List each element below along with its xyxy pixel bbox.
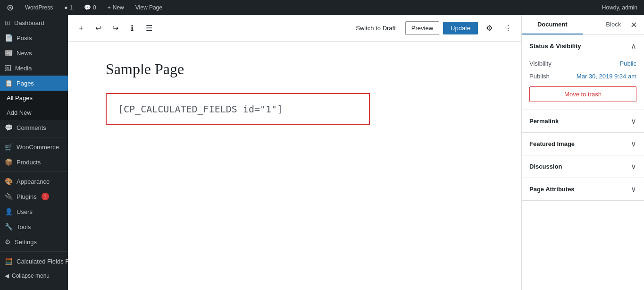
sidebar: ⊞ Dashboard 📄 Posts 📰 News 🖼 Media 📋 Pag… — [0, 15, 68, 290]
more-options-button[interactable]: ⋮ — [501, 21, 516, 36]
sidebar-item-label: Users — [17, 208, 33, 215]
howdy-greeting[interactable]: Howdy, admin — [599, 4, 640, 11]
calculated-fields-icon: 🧮 — [5, 257, 13, 265]
page-title: Sample Page — [106, 60, 484, 78]
users-icon: 👤 — [5, 208, 13, 215]
panel-content: Status & Visibility ∧ Visibility Public … — [522, 35, 644, 290]
update-button[interactable]: Update — [443, 22, 478, 34]
sidebar-divider — [0, 137, 68, 137]
collapse-menu[interactable]: ◀ Collapse menu — [0, 269, 68, 283]
visibility-value[interactable]: Public — [620, 60, 636, 67]
sidebar-item-add-new[interactable]: Add New — [0, 105, 68, 120]
section-title: Status & Visibility — [529, 43, 581, 50]
shortcode-text: [CP_CALCULATED_FIELDS id="1"] — [118, 103, 283, 115]
section-page-attributes: Page Attributes ∨ — [522, 178, 644, 201]
updates-icon[interactable]: ● 1 — [61, 0, 75, 15]
sidebar-item-posts[interactable]: 📄 Posts — [0, 30, 68, 45]
plugins-badge: 1 — [42, 193, 49, 200]
status-visibility-content: Visibility Public Publish Mar 30, 2019 9… — [522, 57, 644, 110]
sidebar-divider-2 — [0, 171, 68, 172]
chevron-down-icon-2: ∨ — [631, 139, 636, 148]
collapse-icon: ◀ — [5, 273, 9, 279]
chevron-up-icon: ∧ — [631, 42, 636, 51]
section-status-visibility: Status & Visibility ∧ Visibility Public … — [522, 35, 644, 110]
section-title: Featured Image — [529, 140, 575, 147]
comments-icon[interactable]: 💬 0 — [81, 0, 99, 15]
media-icon: 🖼 — [5, 64, 11, 72]
sidebar-item-dashboard[interactable]: ⊞ Dashboard — [0, 15, 68, 30]
sidebar-item-news[interactable]: 📰 News — [0, 45, 68, 60]
add-block-button[interactable]: + — [74, 21, 89, 36]
sidebar-item-label: Media — [15, 65, 32, 72]
sidebar-item-label: Plugins — [17, 193, 37, 200]
sidebar-item-label: Settings — [15, 239, 37, 246]
settings-button[interactable]: ⚙ — [482, 21, 497, 36]
wp-logo[interactable]: ⊛ — [4, 0, 17, 15]
sidebar-item-appearance[interactable]: 🎨 Appearance — [0, 174, 68, 189]
sidebar-item-label: Pages — [17, 80, 34, 87]
sidebar-item-label: Appearance — [17, 178, 50, 185]
section-status-visibility-header[interactable]: Status & Visibility ∧ — [522, 35, 644, 57]
publish-row: Publish Mar 30, 2019 9:34 am — [529, 70, 636, 83]
publish-label: Publish — [529, 73, 550, 80]
sidebar-item-label: All Pages — [7, 94, 33, 102]
view-page-link[interactable]: View Page — [133, 0, 165, 15]
section-page-attributes-header[interactable]: Page Attributes ∨ — [522, 178, 644, 200]
section-featured-image-header[interactable]: Featured Image ∨ — [522, 133, 644, 155]
sidebar-item-woocommerce[interactable]: 🛒 WooCommerce — [0, 139, 68, 154]
appearance-icon: 🎨 — [5, 178, 13, 185]
info-button[interactable]: ℹ — [125, 21, 140, 36]
sidebar-item-label: Add New — [7, 109, 32, 116]
chevron-down-icon: ∨ — [631, 117, 636, 126]
sidebar-item-label: Products — [17, 159, 41, 166]
new-item[interactable]: + New — [105, 0, 127, 15]
section-title: Permalink — [529, 118, 559, 125]
sidebar-item-label: Comments — [17, 124, 46, 131]
undo-button[interactable]: ↩ — [91, 21, 106, 36]
sidebar-item-pages[interactable]: 📋 Pages — [0, 76, 68, 91]
main-layout: ⊞ Dashboard 📄 Posts 📰 News 🖼 Media 📋 Pag… — [0, 15, 644, 290]
comments-nav-icon: 💬 — [5, 124, 13, 131]
section-permalink-header[interactable]: Permalink ∨ — [522, 110, 644, 132]
publish-value[interactable]: Mar 30, 2019 9:34 am — [577, 73, 636, 80]
sidebar-item-users[interactable]: 👤 Users — [0, 204, 68, 219]
sidebar-item-label: Calculated Fields Form — [17, 258, 68, 265]
tab-document[interactable]: Document — [522, 15, 583, 34]
settings-nav-icon: ⚙ — [5, 238, 11, 246]
sidebar-item-plugins[interactable]: 🔌 Plugins 1 — [0, 189, 68, 204]
admin-bar: ⊛ WordPress ● 1 💬 0 + New View Page Howd… — [0, 0, 644, 15]
switch-to-draft-button[interactable]: Switch to Draft — [350, 22, 401, 34]
ellipsis-icon: ⋮ — [504, 24, 512, 33]
preview-button[interactable]: Preview — [405, 21, 439, 35]
sidebar-item-comments[interactable]: 💬 Comments — [0, 120, 68, 135]
sidebar-item-tools[interactable]: 🔧 Tools — [0, 219, 68, 234]
sidebar-item-media[interactable]: 🖼 Media — [0, 60, 68, 76]
sidebar-item-products[interactable]: 📦 Products — [0, 154, 68, 170]
sidebar-divider-3 — [0, 251, 68, 252]
redo-button[interactable]: ↪ — [108, 21, 123, 36]
visibility-label: Visibility — [529, 60, 552, 67]
sidebar-item-settings[interactable]: ⚙ Settings — [0, 234, 68, 249]
list-view-button[interactable]: ☰ — [142, 21, 157, 36]
chevron-down-icon-4: ∨ — [631, 185, 636, 194]
toolbar-right: Switch to Draft Preview Update ⚙ ⋮ — [350, 21, 516, 36]
sidebar-item-label: WooCommerce — [17, 144, 59, 151]
sidebar-item-calculated-fields[interactable]: 🧮 Calculated Fields Form — [0, 254, 68, 269]
sidebar-item-all-pages[interactable]: All Pages — [0, 91, 68, 105]
news-icon: 📰 — [5, 49, 13, 57]
woocommerce-icon: 🛒 — [5, 143, 13, 151]
gear-icon: ⚙ — [486, 24, 493, 33]
shortcode-block[interactable]: [CP_CALCULATED_FIELDS id="1"] — [106, 93, 370, 125]
visibility-row: Visibility Public — [529, 57, 636, 70]
close-panel-button[interactable]: ✕ — [627, 18, 640, 32]
site-name[interactable]: WordPress — [22, 0, 56, 15]
move-to-trash-button[interactable]: Move to trash — [529, 86, 636, 102]
section-permalink: Permalink ∨ — [522, 110, 644, 133]
pages-icon: 📋 — [5, 79, 13, 87]
right-panel: Document Block ✕ Status & Visibility ∧ V… — [521, 15, 644, 290]
posts-icon: 📄 — [5, 34, 13, 42]
section-featured-image: Featured Image ∨ — [522, 133, 644, 155]
section-discussion-header[interactable]: Discussion ∨ — [522, 155, 644, 178]
section-title: Discussion — [529, 163, 562, 170]
sidebar-item-label: News — [17, 50, 32, 57]
